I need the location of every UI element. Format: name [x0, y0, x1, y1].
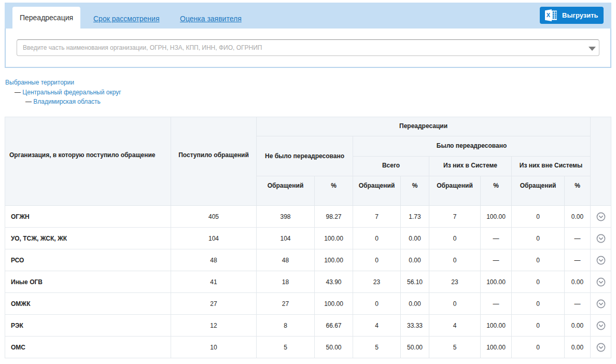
svg-text:X: X	[547, 12, 551, 18]
